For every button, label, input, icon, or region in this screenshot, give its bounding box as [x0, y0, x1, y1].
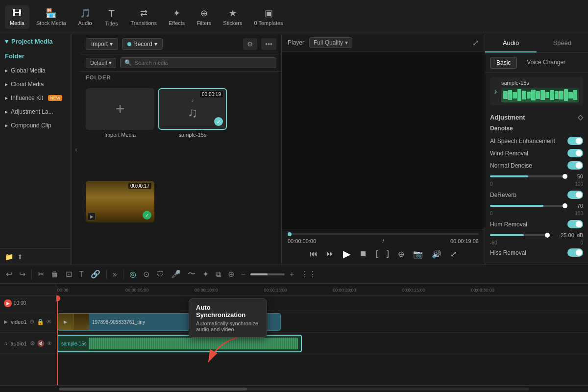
- toolbar-media[interactable]: 🎞 Media: [5, 5, 29, 29]
- tab-audio[interactable]: Audio: [485, 34, 537, 52]
- audio-clip[interactable]: sample-15s: [57, 335, 302, 352]
- crop-button[interactable]: ⊡: [64, 269, 74, 280]
- wave-button[interactable]: 〜: [186, 268, 197, 280]
- scrollbar-thumb[interactable]: [59, 388, 247, 391]
- tab-speed[interactable]: Speed: [537, 34, 588, 52]
- clip-settings-button[interactable]: ⊙: [141, 269, 151, 280]
- fullscreen-button[interactable]: ⤢: [449, 248, 458, 260]
- toolbar-effects[interactable]: ✦ Effects: [164, 5, 190, 29]
- video-thumb[interactable]: 00:00:17 ▶ ✓: [86, 181, 154, 222]
- ai-speech-toggle[interactable]: [567, 137, 583, 145]
- import-button[interactable]: Import ▾: [86, 38, 118, 50]
- normal-denoise-slider[interactable]: [490, 175, 566, 177]
- audio-thumb[interactable]: 00:00:19 ♪ ♫ ✓: [158, 88, 227, 130]
- normal-denoise-handle[interactable]: [563, 174, 567, 179]
- audio-lock-button[interactable]: 👁: [47, 340, 52, 347]
- wind-removal-toggle[interactable]: [567, 149, 583, 157]
- redo-button[interactable]: ↪: [17, 269, 27, 280]
- snapshot-button[interactable]: 📷: [412, 248, 424, 260]
- dereverb-handle[interactable]: [563, 203, 567, 208]
- add-to-timeline-button[interactable]: ⊕: [397, 248, 405, 260]
- progress-bar[interactable]: [288, 233, 479, 235]
- skip-back-button[interactable]: ⏮: [309, 248, 318, 259]
- sidebar-item-influence-kit[interactable]: ▸ Influence Kit NEW: [0, 91, 71, 105]
- toolbar-stock-media[interactable]: 🏪 Stock Media: [31, 5, 71, 29]
- adjustment-title[interactable]: Adjustment ◇: [490, 113, 583, 121]
- import-thumb[interactable]: +: [86, 88, 154, 130]
- audio-settings-button[interactable]: ⚙: [30, 340, 35, 347]
- default-dropdown-icon: ▾: [109, 60, 112, 66]
- dereverb-slider[interactable]: [490, 205, 566, 207]
- toolbar-titles[interactable]: T Titles: [99, 5, 124, 29]
- play-button[interactable]: ▶: [342, 247, 351, 261]
- toolbar-filters[interactable]: ⊕ Filters: [192, 5, 216, 29]
- effects-timeline-button[interactable]: ⊕: [226, 269, 236, 280]
- sidebar-item-cloud-media[interactable]: ▸ Cloud Media: [0, 77, 71, 91]
- hum-removal-slider[interactable]: [490, 234, 549, 236]
- hiss-removal-toggle[interactable]: [567, 248, 583, 257]
- search-input[interactable]: [135, 60, 272, 66]
- zoom-in-btn[interactable]: +: [288, 269, 296, 280]
- auto-sync-button[interactable]: ◎: [127, 269, 138, 280]
- zoom-out-btn[interactable]: −: [239, 269, 247, 280]
- collapse-panel-button[interactable]: ‹: [71, 34, 81, 265]
- more-tools-button[interactable]: »: [111, 269, 119, 280]
- video-eye-button[interactable]: 👁: [46, 318, 52, 325]
- grid-view-button[interactable]: ⋮⋮: [299, 269, 318, 280]
- delete-button[interactable]: 🗑: [49, 269, 61, 280]
- quality-select[interactable]: Full Quality ▾: [309, 37, 352, 48]
- preview-expand-icon[interactable]: ⤢: [472, 38, 479, 48]
- video-lock-button[interactable]: 🔒: [37, 318, 44, 325]
- media-item-sample-audio[interactable]: 00:00:19 ♪ ♫ ✓ sample-15s: [158, 88, 227, 175]
- sidebar-item-compound-clip[interactable]: ▸ Compound Clip: [0, 119, 71, 132]
- horizontal-scrollbar[interactable]: [59, 388, 529, 391]
- mark-in-button[interactable]: [: [375, 248, 379, 259]
- zoom-slider[interactable]: [250, 273, 285, 275]
- mark-out-button[interactable]: ]: [386, 248, 390, 259]
- hum-removal-unit: dB: [577, 233, 583, 238]
- hum-removal-toggle[interactable]: [567, 220, 583, 228]
- default-view-button[interactable]: Default ▾: [86, 58, 116, 68]
- toolbar-audio[interactable]: 🎵 Audio: [73, 5, 98, 29]
- import-icon[interactable]: ⬆: [17, 253, 23, 261]
- link-button[interactable]: 🔗: [89, 269, 102, 280]
- arrow-icon: ▾: [5, 38, 8, 45]
- audio-track-name: sample-15s: [501, 80, 579, 86]
- new-folder-icon[interactable]: 📁: [5, 253, 13, 261]
- media-item-video[interactable]: 00:00:17 ▶ ✓: [86, 181, 154, 260]
- media-item-import[interactable]: + Import Media: [86, 88, 154, 175]
- ai-speech-row: AI Speech Enhancement: [490, 135, 583, 147]
- undo-button[interactable]: ↩: [4, 269, 14, 280]
- subtab-basic[interactable]: Basic: [490, 57, 517, 69]
- sidebar-item-project-media[interactable]: ▾ Project Media: [0, 34, 71, 49]
- more-options-button[interactable]: •••: [261, 38, 276, 50]
- split-audio-button[interactable]: ✦: [200, 269, 211, 280]
- sidebar-item-global-media[interactable]: ▸ Global Media: [0, 64, 71, 77]
- volume-button[interactable]: 🔊: [431, 248, 442, 260]
- timeline-scrollbar[interactable]: [0, 385, 588, 392]
- dereverb-toggle[interactable]: [567, 191, 583, 199]
- shield-button[interactable]: 🛡: [154, 269, 166, 280]
- stop-button[interactable]: ⏹: [358, 248, 368, 259]
- playhead-button[interactable]: ▶: [4, 299, 12, 307]
- video-settings-button[interactable]: ⚙: [29, 318, 35, 325]
- mic-button[interactable]: 🎤: [169, 269, 183, 280]
- toolbar-templates[interactable]: ▣ 0 Templates: [249, 5, 288, 29]
- normal-denoise-toggle[interactable]: [567, 161, 583, 170]
- ruler-mark-3: 00:00:15:00: [264, 288, 287, 293]
- toolbar-stickers[interactable]: ★ Stickers: [218, 5, 247, 29]
- record-button[interactable]: Record ▾: [122, 38, 163, 50]
- subtab-voice-changer[interactable]: Voice Changer: [521, 57, 571, 69]
- filter-button[interactable]: ⚙: [243, 38, 257, 50]
- arrow-icon-cloud: ▸: [5, 81, 8, 88]
- timeline-ruler[interactable]: 00:00 00:00:05:00 00:00:10:00 00:00:15:0…: [56, 284, 588, 295]
- audio-mute-button[interactable]: 🔇: [37, 340, 45, 347]
- step-back-button[interactable]: ⏭: [325, 248, 335, 259]
- hum-removal-handle[interactable]: [545, 233, 550, 238]
- toolbar-transitions[interactable]: ⇄ Transitions: [126, 5, 162, 29]
- time-separator: /: [382, 238, 384, 244]
- copy-button[interactable]: ⧉: [214, 269, 223, 280]
- sidebar-item-adjustment[interactable]: ▸ Adjustment La...: [0, 105, 71, 119]
- text-button[interactable]: T: [77, 269, 86, 280]
- split-button[interactable]: ✂: [36, 269, 46, 280]
